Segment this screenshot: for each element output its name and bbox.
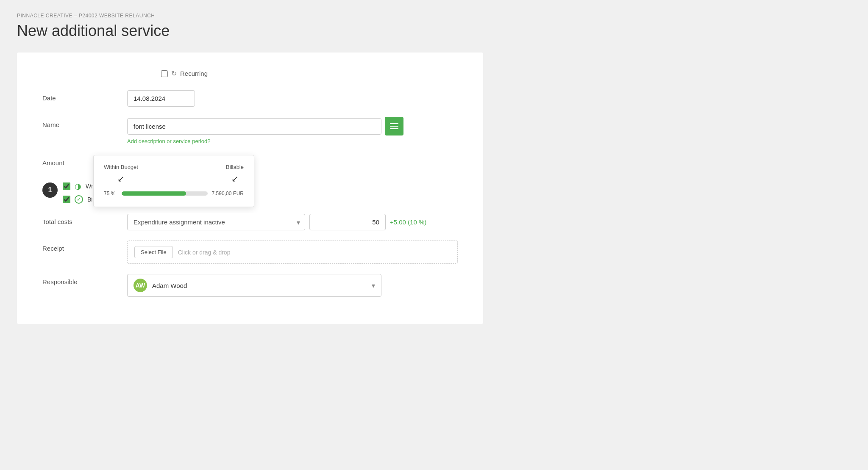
name-input[interactable] [127,118,381,135]
drag-drop-text: Click or drag & drop [178,249,231,256]
billable-icon: ✓ [75,195,83,204]
svg-rect-1 [390,126,398,127]
within-budget-arrow: ↙ [104,174,138,184]
total-costs-label: Total costs [42,214,127,225]
date-input[interactable] [127,90,195,107]
page-title: New additional service [17,22,851,40]
billable-checkbox[interactable] [63,196,70,203]
receipt-label: Receipt [42,241,127,252]
responsible-label: Responsible [42,274,127,285]
recurring-icon: ↻ [171,69,177,77]
avatar: AW [134,279,147,292]
svg-rect-2 [390,128,398,129]
budget-pct: 75 % [104,191,117,196]
responsible-select[interactable]: AW Adam Wood ▾ [127,274,381,297]
date-label: Date [42,90,127,102]
billable-col-label: Billable [226,164,244,170]
cost-delta: +5.00 (10 %) [390,218,426,226]
expenditure-select[interactable]: Expenditure assignment inactive [127,214,305,230]
breadcrumb: PINNACLE CREATIVE – P24002 WEBSITE RELAU… [17,13,851,19]
badge-number: 1 [42,182,58,198]
recurring-checkbox[interactable] [161,70,168,77]
budget-popup: Within Budget ↙ Billable ↙ 75 % 7.590,00… [93,155,254,207]
billable-arrow: ↙ [226,174,244,184]
cost-value-input[interactable] [309,214,386,230]
responsible-name: Adam Wood [152,282,367,289]
within-budget-checkbox[interactable] [63,182,70,190]
recurring-label: Recurring [180,70,208,77]
form-card: ↻ Recurring Date Name [17,53,483,324]
within-budget-col-label: Within Budget [104,164,138,170]
select-file-button[interactable]: Select File [134,246,173,258]
svg-rect-0 [390,123,398,124]
name-label: Name [42,117,127,128]
receipt-upload-area[interactable]: Select File Click or drag & drop [127,241,458,264]
name-action-button[interactable] [385,117,403,135]
budget-amount: 7.590,00 EUR [212,191,244,196]
responsible-chevron-icon: ▾ [372,282,375,290]
within-budget-icon: ◑ [75,182,81,191]
add-description-link[interactable]: Add description or service period? [127,138,211,144]
budget-bar-fill [122,191,186,196]
